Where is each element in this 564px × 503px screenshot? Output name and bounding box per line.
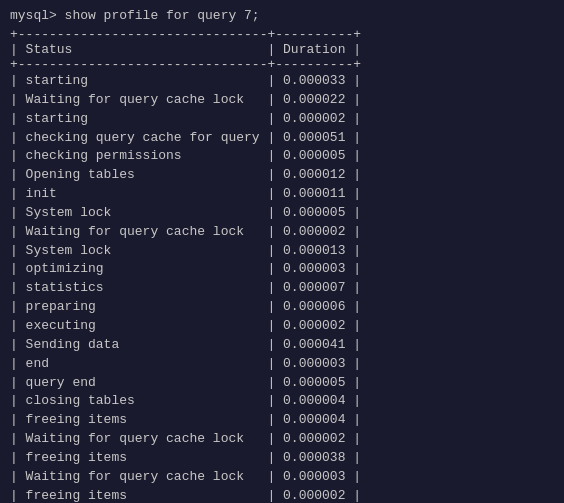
table-row: | freeing items | 0.000038 | [10, 449, 554, 468]
table-row: | optimizing | 0.000003 | [10, 260, 554, 279]
table-row: | freeing items | 0.000002 | [10, 487, 554, 503]
table-row: | end | 0.000003 | [10, 355, 554, 374]
table-row: | preparing | 0.000006 | [10, 298, 554, 317]
table-row: | checking permissions | 0.000005 | [10, 147, 554, 166]
table-row: | init | 0.000011 | [10, 185, 554, 204]
table-body: | starting | 0.000033 || Waiting for que… [10, 72, 554, 503]
table-row: | Waiting for query cache lock | 0.00000… [10, 430, 554, 449]
terminal-window: mysql> show profile for query 7; +------… [10, 8, 554, 503]
table-header: | Status | Duration | [10, 42, 554, 57]
table-row: | Waiting for query cache lock | 0.00000… [10, 468, 554, 487]
table-row: | freeing items | 0.000004 | [10, 411, 554, 430]
table-row: | Sending data | 0.000041 | [10, 336, 554, 355]
table-row: | executing | 0.000002 | [10, 317, 554, 336]
table-row: | System lock | 0.000013 | [10, 242, 554, 261]
table-row: | statistics | 0.000007 | [10, 279, 554, 298]
table-row: | System lock | 0.000005 | [10, 204, 554, 223]
table-row: | checking query cache for query | 0.000… [10, 129, 554, 148]
table-row: | Waiting for query cache lock | 0.00000… [10, 223, 554, 242]
table-row: | starting | 0.000002 | [10, 110, 554, 129]
table-row: | Waiting for query cache lock | 0.00002… [10, 91, 554, 110]
table-row: | Opening tables | 0.000012 | [10, 166, 554, 185]
table-row: | closing tables | 0.000004 | [10, 392, 554, 411]
table-row: | query end | 0.000005 | [10, 374, 554, 393]
table-row: | starting | 0.000033 | [10, 72, 554, 91]
separator-mid: +--------------------------------+------… [10, 57, 554, 72]
separator-top: +--------------------------------+------… [10, 27, 554, 42]
prompt-line: mysql> show profile for query 7; [10, 8, 554, 23]
